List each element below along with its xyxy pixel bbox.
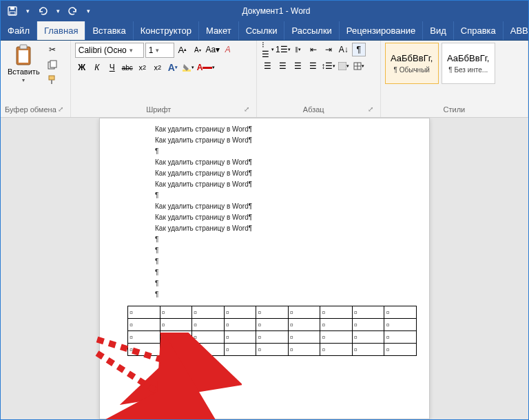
multilevel-list-icon[interactable]: ⦀▾ — [291, 43, 305, 56]
svg-rect-4 — [20, 45, 27, 49]
pilcrow: ¶ — [155, 256, 402, 267]
pilcrow: ¶ — [155, 190, 402, 201]
bullets-icon[interactable]: ⁝☰▾ — [261, 43, 275, 56]
quick-access-toolbar: ▾ ▾ ▾ — [6, 5, 92, 17]
tab-insert[interactable]: Вставка — [85, 21, 133, 40]
shrink-font-icon[interactable]: A▾ — [191, 43, 205, 56]
numbering-icon[interactable]: 1☰▾ — [276, 43, 290, 56]
document-workspace: Как удалить страницу в Word¶ Как удалить… — [1, 118, 528, 419]
window-title: Документ1 - Word — [92, 6, 461, 16]
tab-home[interactable]: Главная — [37, 21, 85, 40]
qat-dropdown-icon[interactable]: ▾ — [24, 5, 31, 17]
document-line: Как удалить страницу в Word¶ — [155, 179, 402, 190]
paragraph-group-label: Абзац — [303, 105, 324, 114]
document-page[interactable]: Как удалить страницу в Word¶ Как удалить… — [99, 118, 430, 419]
copy-icon[interactable] — [45, 58, 59, 72]
text-effects-icon[interactable]: A▾ — [166, 61, 180, 74]
font-size-combo[interactable]: 1▾ — [145, 43, 174, 58]
tab-review[interactable]: Рецензирование — [340, 21, 423, 40]
sort-icon[interactable]: A↓ — [337, 43, 351, 56]
style-no-spacing[interactable]: АаБбВвГг, ¶ Без инте... — [442, 43, 495, 84]
redo-icon[interactable] — [67, 5, 79, 17]
increase-indent-icon[interactable]: ⇥ — [322, 43, 335, 56]
align-center-icon[interactable]: ☰ — [276, 59, 290, 73]
pilcrow: ¶ — [155, 245, 402, 256]
strikethrough-button[interactable]: abc — [121, 61, 134, 74]
clipboard-launcher-icon[interactable]: ⤢ — [56, 105, 65, 114]
decrease-indent-icon[interactable]: ⇤ — [307, 43, 320, 56]
clear-formatting-icon[interactable]: A — [221, 43, 235, 56]
svg-rect-2 — [10, 12, 15, 14]
underline-button[interactable]: Ч — [105, 61, 119, 74]
italic-button[interactable]: К — [90, 61, 104, 74]
ribbon-tabs: Файл Главная Вставка Конструктор Макет С… — [1, 21, 528, 41]
shading-icon[interactable]: ▾ — [337, 59, 351, 73]
font-color-icon[interactable]: A▾ — [196, 61, 216, 74]
document-table[interactable]: ¤¤¤¤¤¤¤¤¤ ¤¤¤¤¤¤¤¤¤ ¤¤¤¤¤¤¤¤¤ ¤¤¤¤¤¤¤¤¤ — [127, 306, 417, 356]
paste-button[interactable]: Вставить ▾ — [5, 43, 43, 85]
borders-icon[interactable]: ▾ — [352, 59, 366, 73]
svg-rect-9 — [51, 80, 52, 84]
font-launcher-icon[interactable]: ⤢ — [242, 105, 251, 114]
show-marks-icon[interactable]: ¶ — [352, 43, 366, 56]
tab-abbyy[interactable]: ABBYY FineRe — [504, 21, 529, 40]
ribbon: Вставить ▾ ✂ Буфер обмена⤢ Calibri (Осно… — [1, 41, 528, 118]
font-name-combo[interactable]: Calibri (Осно▾ — [75, 43, 144, 58]
tab-references[interactable]: Ссылки — [239, 21, 285, 40]
save-icon[interactable] — [6, 5, 19, 17]
font-group-label: Шрифт — [146, 105, 171, 114]
paste-label: Вставить — [8, 67, 40, 76]
tab-layout[interactable]: Макет — [199, 21, 239, 40]
svg-rect-11 — [338, 62, 346, 70]
change-case-icon[interactable]: Aa▾ — [206, 43, 220, 56]
svg-rect-7 — [50, 61, 56, 67]
clipboard-icon — [12, 44, 34, 66]
table-row: ¤¤¤¤¤¤¤¤¤ — [128, 319, 417, 331]
pilcrow: ¶ — [155, 234, 402, 245]
document-line: Как удалить страницу в Word¶ — [155, 201, 402, 212]
tab-view[interactable]: Вид — [423, 21, 454, 40]
document-line: Как удалить страницу в Word¶ — [155, 212, 402, 223]
align-left-icon[interactable]: ☰ — [261, 59, 275, 73]
qat-customize-icon[interactable]: ▾ — [85, 5, 92, 17]
table-row: ¤¤¤¤¤¤¤¤¤ — [128, 306, 417, 319]
grow-font-icon[interactable]: A▴ — [176, 43, 189, 56]
document-line: Как удалить страницу в Word¶ — [155, 223, 402, 234]
undo-icon[interactable] — [37, 5, 49, 17]
document-line: Как удалить страницу в Word¶ — [155, 168, 402, 179]
title-bar: ▾ ▾ ▾ Документ1 - Word — [1, 1, 528, 21]
pilcrow: ¶ — [155, 289, 402, 300]
highlight-icon[interactable]: ▾ — [181, 61, 195, 74]
subscript-button[interactable]: x2 — [136, 61, 149, 74]
pilcrow: ¶ — [155, 146, 402, 157]
tab-design[interactable]: Конструктор — [134, 21, 199, 40]
bold-button[interactable]: Ж — [75, 61, 89, 74]
align-right-icon[interactable]: ☰ — [291, 59, 305, 73]
svg-rect-8 — [49, 76, 54, 80]
document-line: Как удалить страницу в Word¶ — [155, 157, 402, 168]
clipboard-group-label: Буфер обмена — [5, 105, 56, 114]
superscript-button[interactable]: x2 — [151, 61, 165, 74]
ribbon-group-paragraph: ⁝☰▾ 1☰▾ ⦀▾ ⇤ ⇥ A↓ ¶ ☰ ☰ ☰ ☰ ↕☰▾ ▾ ▾ Абза… — [257, 41, 381, 117]
ribbon-group-clipboard: Вставить ▾ ✂ Буфер обмена⤢ — [1, 41, 71, 117]
paragraph-launcher-icon[interactable]: ⤢ — [366, 105, 375, 114]
ribbon-group-styles: АаБбВвГг, ¶ Обычный АаБбВвГг, ¶ Без инте… — [381, 41, 528, 117]
svg-rect-1 — [10, 7, 14, 10]
ribbon-group-font: Calibri (Осно▾ 1▾ A▴ A▾ Aa▾ A Ж К Ч abc … — [71, 41, 257, 117]
styles-group-label: Стили — [444, 105, 466, 114]
justify-icon[interactable]: ☰ — [307, 59, 320, 73]
undo-dropdown-icon[interactable]: ▾ — [54, 5, 61, 17]
tab-mailings[interactable]: Рассылки — [284, 21, 339, 40]
document-line: Как удалить страницу в Word¶ — [155, 135, 402, 146]
tab-file[interactable]: Файл — [1, 21, 37, 40]
document-line: Как удалить страницу в Word¶ — [155, 124, 402, 135]
table-row: ¤¤¤¤¤¤¤¤¤ — [128, 331, 417, 344]
table-row: ¤¤¤¤¤¤¤¤¤ — [128, 344, 417, 356]
svg-rect-5 — [19, 50, 28, 63]
format-painter-icon[interactable] — [45, 73, 59, 87]
style-normal[interactable]: АаБбВвГг, ¶ Обычный — [385, 43, 439, 84]
line-spacing-icon[interactable]: ↕☰▾ — [322, 59, 335, 73]
cut-icon[interactable]: ✂ — [45, 43, 59, 56]
pilcrow: ¶ — [155, 278, 402, 289]
tab-help[interactable]: Справка — [454, 21, 504, 40]
